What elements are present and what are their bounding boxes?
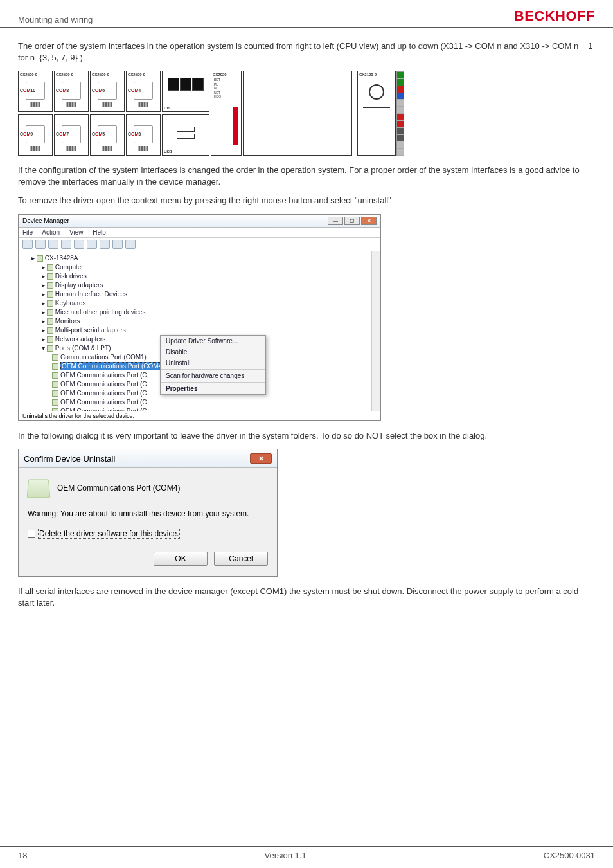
minimize-button[interactable]: — [328,217,343,225]
doc-id: CX2500-0031 [544,851,595,860]
ports-figure: CX2500-0 COM10 COM9 CX2500-0 COM8 [18,71,595,156]
module-label: CX2500-0 [92,73,109,77]
confirm-dialog-figure: Confirm Device Uninstall ✕ OEM Communica… [18,449,595,577]
bet-item: BET [214,78,221,82]
tree-node[interactable]: ▸ Human Interface Devices [42,290,378,299]
devmgr-title-text: Device Manager [22,217,69,224]
delete-driver-label: Delete the driver software for this devi… [38,529,180,539]
confirm-close-button[interactable]: ✕ [250,453,272,464]
device-manager-figure: Device Manager — ▢ ✕ File Action View He… [18,214,595,421]
paragraph-4: In the following dialog it is very impor… [18,430,595,442]
tree-node[interactable]: ▸ Display adapters [42,281,378,290]
menu-action[interactable]: Action [42,229,60,236]
paragraph-1: The order of the system interfaces in th… [18,41,595,63]
ctx-separator [161,369,265,370]
page-number: 18 [18,851,27,860]
module-label: CX2500-0 [56,73,73,77]
ctx-item-properties[interactable]: Properties [161,383,265,394]
context-menu[interactable]: Update Driver Software... Disable Uninst… [160,335,266,395]
brand-logo: BECKHOFF [514,8,595,24]
toolbar-icon[interactable] [87,240,97,249]
dvi-label: DVI [164,106,170,110]
ok-button[interactable]: OK [154,552,208,566]
com-label-red: OM [23,88,30,93]
confirm-title-text: Confirm Device Uninstall [24,454,115,464]
ctx-item-uninstall[interactable]: Uninstall [161,357,265,368]
cpu-label: CX2020 [213,73,227,77]
ctx-item-update[interactable]: Update Driver Software... [161,336,265,347]
close-button[interactable]: ✕ [361,217,377,225]
tree-node[interactable]: ▸ Mice and other pointing devices [42,308,378,317]
tree-node[interactable]: ▸ Computer [42,263,378,272]
tree-port[interactable]: OEM Communications Port (C [52,398,378,407]
ctx-item-disable[interactable]: Disable [161,347,265,357]
tree-node[interactable]: ▸ Monitors [42,317,378,326]
toolbar-icon[interactable] [112,240,123,249]
devmgr-menubar[interactable]: File Action View Help [19,228,380,238]
paragraph-5: If all serial interfaces are removed in … [18,586,595,608]
menu-file[interactable]: File [22,229,33,236]
devmgr-titlebar: Device Manager — ▢ ✕ [19,215,380,228]
paragraph-3: To remove the driver open the context me… [18,195,595,206]
version-label: Version 1.1 [265,851,306,860]
module-label: CX2500-0 [128,73,145,77]
devmgr-toolbar [19,238,380,251]
toolbar-icon[interactable] [22,240,33,249]
toolbar-icon[interactable] [35,240,46,249]
maximize-button[interactable]: ▢ [344,217,360,225]
cx-label: CX2100-0 [359,73,377,77]
device-tree[interactable]: ▸ CX-13428A ▸ Computer ▸ Disk drives ▸ D… [19,251,380,411]
toolbar-icon[interactable] [61,240,71,249]
menu-help[interactable]: Help [93,229,106,236]
bet-item: HDO [214,95,221,99]
ctx-separator [161,382,265,383]
tree-node[interactable]: ▸ Disk drives [42,272,378,281]
tree-node[interactable]: ▸ Keyboards [42,299,378,308]
tree-scrollbar[interactable] [371,251,380,411]
confirm-titlebar: Confirm Device Uninstall ✕ [19,449,277,468]
section-title: Mounting and wiring [18,15,93,24]
device-name-text: OEM Communications Port (COM4) [57,484,180,493]
delete-driver-checkbox[interactable] [28,530,35,538]
tree-port[interactable]: OEM Communications Port (C [52,407,378,411]
toolbar-icon[interactable] [125,240,136,249]
tree-node[interactable]: ▸ Multi-port serial adapters [42,326,378,335]
cancel-button[interactable]: Cancel [214,552,268,566]
menu-view[interactable]: View [69,229,84,236]
paragraph-2: If the configuration of the system inter… [18,165,595,187]
module-label: CX2500-0 [20,73,37,77]
devmgr-statusbar: Uninstalls the driver for the selected d… [19,411,380,420]
warning-text: Warning: You are about to uninstall this… [28,509,268,518]
com-label-n: 10 [30,88,35,93]
ctx-item-scan[interactable]: Scan for hardware changes [161,370,265,381]
toolbar-icon[interactable] [48,240,58,249]
device-icon [27,480,50,498]
usb-label: USB [164,150,172,154]
toolbar-icon[interactable] [100,240,110,249]
toolbar-icon[interactable] [74,240,84,249]
